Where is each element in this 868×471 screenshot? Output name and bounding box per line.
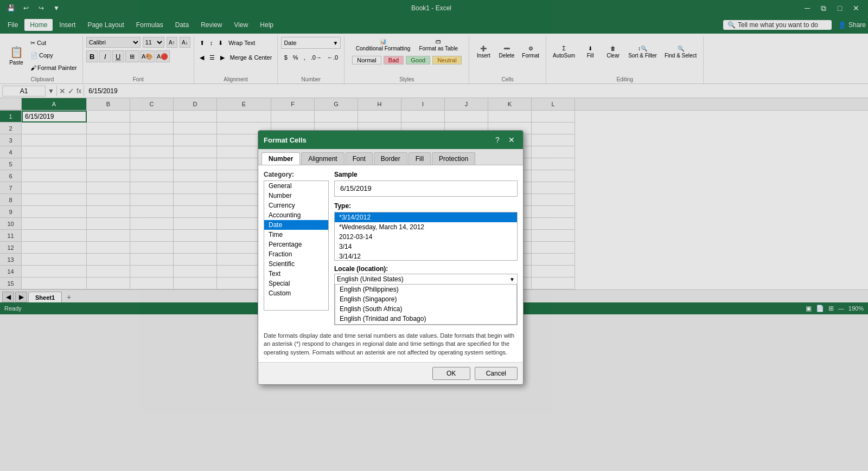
locale-dropdown-container: English (United States) ▼ English (Phili…: [334, 274, 518, 314]
category-list[interactable]: General Number Currency Accounting Date …: [264, 180, 329, 311]
dialog-tab-border[interactable]: Border: [374, 152, 407, 165]
type-list-wrapper: *3/14/2012 *Wednesday, March 14, 2012 20…: [334, 212, 518, 261]
locale-south-africa[interactable]: English (South Africa): [335, 304, 516, 314]
category-text[interactable]: Text: [264, 269, 328, 279]
sample-label: Sample: [334, 171, 518, 178]
category-special[interactable]: Special: [264, 279, 328, 288]
dialog-title: Format Cells: [264, 136, 307, 144]
dialog-title-controls: ? ✕: [492, 134, 518, 146]
format-cells-dialog: Format Cells ? ✕ Number Alignment Font B…: [258, 130, 524, 314]
locale-list[interactable]: English (Philippines) English (Singapore…: [335, 284, 517, 314]
category-currency[interactable]: Currency: [264, 201, 328, 210]
dialog-category-section: Category: General Number Currency Accoun…: [264, 171, 329, 314]
category-accounting[interactable]: Accounting: [264, 210, 328, 220]
category-date[interactable]: Date: [264, 220, 328, 230]
category-label: Category:: [264, 171, 329, 178]
dialog-body: Category: General Number Currency Accoun…: [258, 165, 523, 314]
locale-trinidad[interactable]: English (Trinidad and Tobago): [335, 314, 516, 314]
dialog-tab-protection[interactable]: Protection: [432, 152, 475, 165]
dialog-right-section: Sample 6/15/2019 Type: *3/14/2012 *Wedne…: [334, 171, 518, 314]
dialog-help-button[interactable]: ?: [492, 134, 503, 146]
locale-arrow-icon: ▼: [509, 276, 515, 282]
type-list[interactable]: *3/14/2012 *Wednesday, March 14, 2012 20…: [334, 212, 518, 261]
category-fraction[interactable]: Fraction: [264, 249, 328, 259]
sample-box: 6/15/2019: [334, 180, 518, 197]
category-scientific[interactable]: Scientific: [264, 259, 328, 269]
category-custom[interactable]: Custom: [264, 288, 328, 298]
dialog-tab-fill[interactable]: Fill: [409, 152, 431, 165]
type-item-1[interactable]: *Wednesday, March 14, 2012: [335, 222, 517, 232]
type-item-0[interactable]: *3/14/2012: [335, 212, 517, 222]
locale-current-display[interactable]: English (United States) ▼: [335, 274, 517, 284]
dialog-tab-font[interactable]: Font: [346, 152, 373, 165]
locale-label: Locale (location):: [334, 265, 518, 273]
type-item-3[interactable]: 3/14: [335, 242, 517, 251]
dialog-tabs: Number Alignment Font Border Fill Protec…: [258, 149, 523, 165]
dialog-close-button[interactable]: ✕: [506, 134, 518, 146]
category-percentage[interactable]: Percentage: [264, 240, 328, 249]
dialog-tab-alignment[interactable]: Alignment: [301, 152, 344, 165]
category-time[interactable]: Time: [264, 230, 328, 240]
dialog-two-col: Category: General Number Currency Accoun…: [264, 171, 518, 314]
dialog-tab-number[interactable]: Number: [261, 152, 300, 165]
type-label: Type:: [334, 202, 518, 210]
locale-philippines[interactable]: English (Philippines): [335, 285, 516, 294]
dialog-overlay: Format Cells ? ✕ Number Alignment Font B…: [0, 0, 868, 314]
locale-singapore[interactable]: English (Singapore): [335, 294, 516, 304]
dialog-title-bar: Format Cells ? ✕: [258, 131, 523, 149]
category-general[interactable]: General: [264, 181, 328, 191]
category-number[interactable]: Number: [264, 191, 328, 201]
type-item-4[interactable]: 3/14/12: [335, 251, 517, 261]
type-item-2[interactable]: 2012-03-14: [335, 232, 517, 242]
